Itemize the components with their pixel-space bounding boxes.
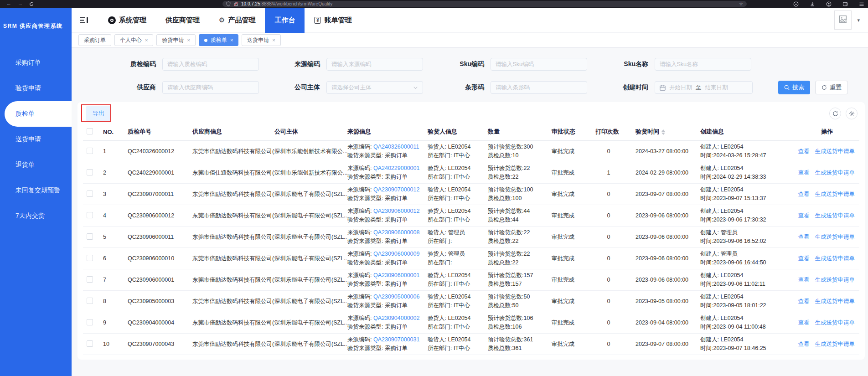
search-button[interactable]: 搜索 <box>778 81 810 94</box>
reload-icon[interactable] <box>29 2 34 6</box>
quantity-info: 预计验货总数:100质检总数:100 <box>488 184 552 205</box>
create-time-range-picker[interactable]: 开始日期至结束日期 <box>655 81 753 94</box>
table-row: 3QC230907000011东莞市倍励达数码科技有限公司(GL...深圳乐能电… <box>83 184 859 205</box>
tab-item[interactable]: 送货申请× <box>242 34 280 46</box>
sidebar-item[interactable]: 验货申请 <box>0 76 72 101</box>
generate-delivery-request-link[interactable]: 生成送货申请单 <box>815 341 855 347</box>
row-checkbox[interactable] <box>87 276 93 283</box>
source-code-link[interactable]: QA240229000001 <box>373 165 419 171</box>
supplier-info: 东莞市倍励达数码科技有限公司(GL... <box>192 141 274 162</box>
pocket-icon[interactable] <box>793 1 799 7</box>
generate-delivery-request-link[interactable]: 生成送货申请单 <box>815 319 855 326</box>
print-count: 0 <box>595 291 636 312</box>
view-link[interactable]: 查看 <box>798 148 810 155</box>
insecure-lock-icon[interactable] <box>233 1 238 6</box>
source-code-input[interactable] <box>326 58 423 71</box>
view-link[interactable]: 查看 <box>798 212 810 219</box>
export-button[interactable]: 导出 <box>86 106 111 121</box>
tab-item[interactable]: 验货申请× <box>156 34 195 46</box>
sku-name-input[interactable] <box>655 58 751 71</box>
tab-close-icon[interactable]: × <box>187 38 190 43</box>
source-code-link[interactable]: QA230906000012 <box>373 208 419 214</box>
row-checkbox[interactable] <box>87 212 93 218</box>
select-all-checkbox[interactable] <box>87 128 93 134</box>
row-checkbox[interactable] <box>87 255 93 261</box>
nav-item[interactable]: ¥账单管理 <box>305 8 361 33</box>
tab-close-icon[interactable]: × <box>230 38 233 43</box>
sidebar-item[interactable]: 7天内交货 <box>0 203 72 229</box>
row-checkbox[interactable] <box>87 191 93 197</box>
forward-icon[interactable]: → <box>18 0 23 8</box>
source-code-link[interactable]: QA230904000002 <box>373 315 419 321</box>
sort-icons[interactable] <box>661 129 665 135</box>
view-link[interactable]: 查看 <box>798 319 810 326</box>
row-checkbox[interactable] <box>87 169 93 175</box>
row-checkbox[interactable] <box>87 233 93 240</box>
generate-delivery-request-link[interactable]: 生成送货申请单 <box>815 234 855 240</box>
nav-item[interactable]: 系统管理 <box>98 8 156 33</box>
supplier-input[interactable] <box>162 81 259 94</box>
back-icon[interactable]: ← <box>6 0 11 8</box>
generate-delivery-request-link[interactable]: 生成送货申请单 <box>815 298 855 304</box>
view-link[interactable]: 查看 <box>798 341 810 347</box>
downloads-icon[interactable] <box>810 1 815 7</box>
filter-label-create-time: 创建时间 <box>607 83 648 92</box>
view-link[interactable]: 查看 <box>798 298 810 304</box>
sidebar-item[interactable]: 未回复交期预警 <box>0 178 72 203</box>
sort-desc-icon[interactable] <box>661 133 665 135</box>
view-link[interactable]: 查看 <box>798 277 810 283</box>
refresh-table-icon[interactable] <box>829 108 841 119</box>
tab-item[interactable]: 个人中心× <box>114 34 153 46</box>
generate-delivery-request-link[interactable]: 生成送货申请单 <box>815 277 855 283</box>
collapse-menu-icon[interactable] <box>80 17 88 24</box>
approval-status: 审批完成 <box>552 312 595 334</box>
barcode-input[interactable] <box>491 81 587 94</box>
generate-delivery-request-link[interactable]: 生成送货申请单 <box>815 255 855 262</box>
tab-active[interactable]: 质检单× <box>199 34 238 46</box>
qc-code-input[interactable] <box>162 58 259 71</box>
avatar-placeholder[interactable] <box>834 10 852 30</box>
sort-asc-icon[interactable] <box>661 129 665 132</box>
inspector-info: 验货人: LE02054所在部门: IT中心 <box>428 334 488 355</box>
row-checkbox[interactable] <box>87 340 93 347</box>
tab-item[interactable]: 采购订单 <box>78 34 111 46</box>
row-checkbox[interactable] <box>87 319 93 325</box>
company-entity-select[interactable]: 请选择公司主体 <box>326 81 423 94</box>
source-code-link[interactable]: QA240326000011 <box>373 144 419 150</box>
address-bar[interactable]: 10.0.7.25:8888/#/workbench/srmWareQualit… <box>222 1 747 7</box>
generate-delivery-request-link[interactable]: 生成送货申请单 <box>815 212 855 219</box>
sidebar-item[interactable]: 质检单 <box>5 101 72 127</box>
sidebar-item[interactable]: 退货单 <box>0 152 72 178</box>
source-code-link[interactable]: QA230906000008 <box>373 229 419 236</box>
source-code-link[interactable]: QA230907000031 <box>373 336 419 343</box>
row-checkbox[interactable] <box>87 148 93 154</box>
view-link[interactable]: 查看 <box>798 191 810 197</box>
source-code-link[interactable]: QA230905000006 <box>373 294 419 300</box>
source-code-link[interactable]: QA230906000001 <box>373 272 419 278</box>
nav-item[interactable]: 工作台 <box>265 8 305 33</box>
tab-close-icon[interactable]: × <box>145 38 148 43</box>
view-link[interactable]: 查看 <box>798 255 810 262</box>
tab-close-icon[interactable]: × <box>272 38 275 43</box>
browser-menu-icon[interactable] <box>859 1 864 7</box>
source-code-link[interactable]: QA230906000009 <box>373 251 419 257</box>
view-link[interactable]: 查看 <box>798 170 810 176</box>
account-icon[interactable] <box>826 1 832 7</box>
bookmark-star-icon[interactable]: ☆ <box>739 1 743 6</box>
generate-delivery-request-link[interactable]: 生成送货申请单 <box>815 148 855 155</box>
nav-item[interactable]: 供应商管理 <box>156 8 209 33</box>
sidebar-item[interactable]: 采购订单 <box>0 50 72 76</box>
sidebar-panel-icon[interactable] <box>842 1 848 7</box>
source-code-link[interactable]: QA230907000012 <box>373 186 419 193</box>
view-link[interactable]: 查看 <box>798 234 810 240</box>
generate-delivery-request-link[interactable]: 生成送货申请单 <box>815 191 855 197</box>
column-settings-icon[interactable] <box>846 108 858 119</box>
sku-code-input[interactable] <box>491 58 587 71</box>
generate-delivery-request-link[interactable]: 生成送货申请单 <box>815 170 855 176</box>
reset-button[interactable]: 重置 <box>815 81 848 94</box>
user-menu-caret-icon[interactable]: ▾ <box>857 17 860 23</box>
nav-item[interactable]: ⚙产品管理 <box>209 8 265 33</box>
shield-icon[interactable] <box>226 1 231 6</box>
sidebar-item[interactable]: 送货申请 <box>0 127 72 152</box>
row-checkbox[interactable] <box>87 298 93 304</box>
